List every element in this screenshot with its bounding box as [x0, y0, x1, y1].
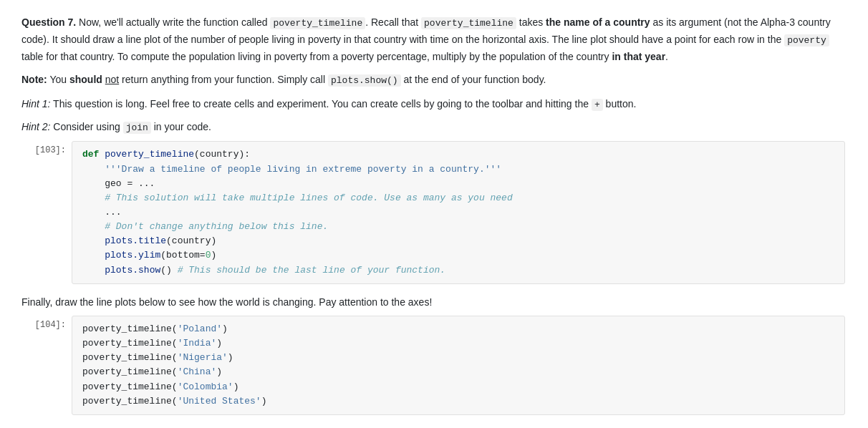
hint1-text2: button. — [603, 98, 637, 110]
question-fn1: poverty_timeline — [270, 17, 365, 29]
note-text4: at the end of your function body. — [401, 74, 546, 85]
hint1-text1: This question is long. Feel free to crea… — [50, 98, 591, 110]
cell-104-label: [104]: — [21, 316, 72, 332]
hint2-block: Hint 2: Consider using join in your code… — [21, 119, 845, 136]
cell-103-code[interactable]: def poverty_timeline(country): '''Draw a… — [72, 141, 845, 283]
hint1-inline1: + — [592, 99, 603, 111]
question-paragraph: Question 7. Now, we'll actually write th… — [21, 14, 845, 64]
question-text2: . Recall that — [365, 16, 421, 28]
note-bold1: should — [69, 74, 102, 85]
question-bold1: the name of a country — [546, 16, 650, 28]
question-inline1: poverty — [784, 34, 829, 47]
cell-103[interactable]: [103]: def poverty_timeline(country): ''… — [21, 141, 845, 283]
question-text1: Now, we'll actually write the function c… — [76, 16, 270, 28]
note-inline1: plots.show() — [328, 74, 401, 87]
cell-103-label: [103]: — [21, 141, 72, 157]
question-text5: table for that country. To compute the p… — [21, 51, 612, 62]
cell-104-code[interactable]: poverty_timeline('Poland') poverty_timel… — [72, 316, 845, 415]
hint2-label: Hint 2: — [21, 121, 50, 132]
note-underline1: not — [105, 74, 119, 85]
hint2-inline1: join — [123, 122, 151, 134]
finally-paragraph: Finally, draw the line plots below to se… — [21, 294, 845, 310]
question-text6: . — [665, 51, 668, 62]
hint2-text1: Consider using — [50, 121, 122, 132]
note-text1: You — [47, 74, 69, 85]
note-label: Note: — [21, 74, 47, 85]
cell-104[interactable]: [104]: poverty_timeline('Poland') povert… — [21, 316, 845, 415]
note-paragraph: Note: You should not return anything fro… — [21, 72, 845, 89]
hint1-label: Hint 1: — [21, 98, 50, 110]
question-label: Question 7. — [21, 16, 76, 28]
hint2-paragraph: Hint 2: Consider using join in your code… — [21, 121, 211, 132]
note-text3: return anything from your function. Simp… — [119, 74, 328, 85]
hint2-text2: in your code. — [151, 121, 211, 132]
question-fn2: poverty_timeline — [421, 17, 516, 29]
hint1-paragraph: Hint 1: This question is long. Feel free… — [21, 98, 636, 110]
question-text3: takes — [516, 16, 546, 28]
hint1-block: Hint 1: This question is long. Feel free… — [21, 96, 845, 113]
notebook-content: Question 7. Now, we'll actually write th… — [21, 14, 845, 415]
question-bold2: in that year — [612, 51, 665, 62]
